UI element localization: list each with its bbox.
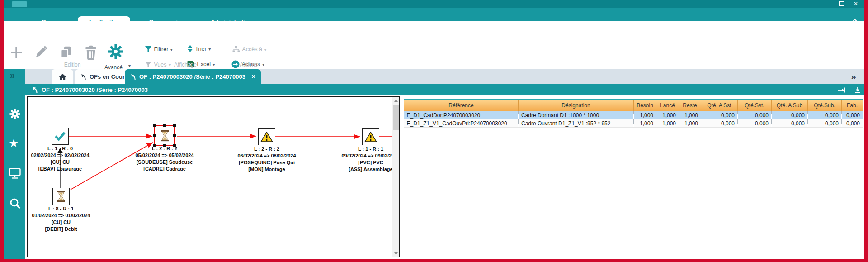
node-label-montage: L : 2 - R : 2 06/02/2024 => 08/02/2024 [… [212, 146, 321, 173]
node-label-assemblage: L : 1 - R : 1 09/02/2024 => 09/02/2024 [… [316, 146, 400, 173]
scrollbar-thumb[interactable] [393, 105, 399, 130]
page-title: OF : P24070003020 /Série : P24070003 [42, 84, 148, 95]
column-header-fab[interactable]: Fab. [842, 100, 863, 111]
group-label-affichage: Affichage [149, 62, 222, 68]
skip-to-end-icon[interactable] [838, 87, 845, 93]
routing-icon [80, 74, 86, 80]
cell-qte-sst[interactable]: 0,000 [738, 119, 772, 128]
node-operation: [EBAV] Ebavurage [27, 166, 114, 172]
home-icon [59, 73, 66, 81]
advanced-button[interactable]: Avancé ▾ [100, 43, 132, 72]
cell-reference[interactable]: E_D1_CadDor:P24070003020 [404, 111, 519, 119]
edit-pencil-icon[interactable] [34, 45, 48, 59]
selection-handle[interactable] [173, 134, 176, 137]
sidebar-expand-chevron[interactable]: » [10, 70, 15, 81]
cell-qte-sst[interactable]: 0,000 [738, 111, 772, 119]
access-to-label: Accès à [242, 46, 262, 52]
node-resource: [PVC] PVC [316, 159, 400, 166]
selection-handle[interactable] [153, 134, 156, 137]
column-header-reference[interactable]: Référence [404, 100, 519, 111]
workflow-arrows [28, 97, 399, 257]
cell-qte-a-sst[interactable]: 0,000 [701, 111, 738, 119]
tab-close-icon[interactable]: ✕ [251, 74, 255, 80]
node-lr: L : 1 - R : 0 [27, 145, 114, 152]
column-header-qte-sub[interactable]: Qté.Sub. [808, 100, 842, 111]
chevron-down-icon[interactable]: ▾ [128, 63, 131, 68]
chevron-down-icon[interactable]: ▾ [208, 47, 211, 52]
cell-reference[interactable]: E_D1_Z1_V1_CadOuvPri:P24070003020 [404, 119, 519, 128]
favorites-star-icon[interactable]: ★ [9, 137, 19, 149]
sort-button[interactable]: Trier ▾ [187, 44, 211, 53]
table-row[interactable]: E_D1_Z1_V1_CadOuvPri:P24070003020 Cadre … [404, 119, 863, 128]
cell-lance[interactable]: 1,000 [656, 111, 679, 119]
cell-qte-sub[interactable]: 0,000 [808, 111, 842, 119]
tab-overflow-chevron[interactable]: » [851, 71, 856, 82]
maximize-button[interactable] [839, 1, 844, 6]
add-icon[interactable] [10, 46, 23, 59]
tab-of-p24070003020[interactable]: OF : P24070003020 /Série : P24070003 ✕ [125, 69, 261, 84]
cell-qte-sub[interactable]: 0,000 [808, 119, 842, 128]
hourglass-icon [161, 130, 169, 142]
gear-icon [108, 43, 124, 60]
column-header-qte-a-sst[interactable]: Qté. A Sst [701, 100, 738, 111]
cell-reste[interactable]: 1,000 [679, 119, 701, 128]
download-icon[interactable] [854, 87, 861, 93]
chevron-down-icon: ▾ [264, 47, 266, 52]
node-resource: [CU] CU [27, 159, 114, 166]
workflow-node-debit[interactable] [52, 188, 70, 205]
node-dates: 06/02/2024 => 08/02/2024 [212, 152, 321, 159]
workflow-node-ebavurage[interactable] [52, 128, 69, 145]
settings-gear-icon[interactable] [9, 108, 21, 120]
copy-icon[interactable] [59, 45, 73, 60]
window-frame-left [0, 0, 4, 262]
cell-qte-a-sst[interactable]: 0,000 [701, 119, 738, 128]
node-operation: [DEBIT] Debit [27, 226, 115, 233]
table-row[interactable]: E_D1_CadDor:P24070003020 Cadre Dormant D… [404, 111, 863, 119]
cell-designation[interactable]: Cadre Ouvrant D1_Z1_V1 :952 * 952 [519, 119, 634, 128]
cell-qte-a-sub[interactable]: 0,000 [772, 119, 808, 128]
column-header-qte-sst[interactable]: Qté.Sst. [738, 100, 772, 111]
close-button[interactable]: ✕ [853, 0, 859, 7]
cell-fab[interactable]: 0,000 [842, 111, 863, 119]
selection-handle[interactable] [173, 124, 176, 127]
cell-besoin[interactable]: 1,000 [634, 111, 656, 119]
scroll-up-button[interactable] [392, 97, 399, 104]
scroll-down-button[interactable] [392, 250, 399, 257]
subheader: OF : P24070003020 /Série : P24070003 [4, 84, 864, 95]
chevron-down-icon[interactable]: ▾ [170, 47, 173, 52]
cell-fab[interactable]: 0,000 [842, 119, 863, 128]
node-lr: L : 1 - R : 1 [316, 146, 400, 152]
column-header-designation[interactable]: Désignation [519, 100, 634, 111]
column-header-qte-a-sub[interactable]: Qté. A Sub [772, 100, 808, 111]
selection-handle[interactable] [163, 124, 166, 127]
cell-reste[interactable]: 1,000 [679, 111, 701, 119]
node-lr: L : 8 - R : 1 [27, 205, 115, 212]
search-icon[interactable] [9, 198, 21, 209]
cell-qte-a-sub[interactable]: 0,000 [772, 111, 808, 119]
home-tab[interactable] [52, 69, 73, 84]
workflow-node-montage[interactable] [258, 128, 275, 145]
column-header-lance[interactable]: Lancé [656, 100, 679, 111]
workflow-node-cadrage[interactable] [154, 125, 175, 146]
column-header-besoin[interactable]: Besoin [634, 100, 656, 111]
node-operation: [CADRE] Cadrage [110, 166, 219, 172]
node-label-debit: L : 8 - R : 1 01/02/2024 => 01/02/2024 [… [27, 205, 115, 233]
workflow-node-assemblage[interactable] [362, 128, 379, 145]
window-frame-bottom [0, 259, 868, 262]
column-header-reste[interactable]: Reste [679, 100, 701, 111]
node-lr: L : 2 - R : 2 [212, 146, 321, 152]
cell-besoin[interactable]: 1,000 [634, 119, 656, 128]
filter-label: Filtrer [154, 46, 168, 52]
cell-designation[interactable]: Cadre Dormant D1 :1000 * 1000 [519, 111, 634, 119]
delete-trash-icon[interactable] [84, 45, 98, 60]
app-window: ✕ Bureau Application Raccourcis Administ… [0, 0, 868, 262]
display-monitor-icon[interactable] [9, 168, 21, 179]
selection-handle[interactable] [153, 124, 156, 127]
workflow-diagram-panel: L : 1 - R : 0 02/02/2024 => 02/02/2024 [… [27, 96, 400, 257]
diagram-scrollbar[interactable] [392, 97, 399, 257]
node-label-ebavurage: L : 1 - R : 0 02/02/2024 => 02/02/2024 [… [27, 145, 114, 172]
filter-button[interactable]: Filtrer ▾ [145, 45, 173, 54]
node-resource: [CU] CU [27, 219, 115, 226]
cell-lance[interactable]: 1,000 [656, 119, 679, 128]
ribbon-tabs-bar: Bureau Application Raccourcis Administra… [0, 8, 868, 21]
